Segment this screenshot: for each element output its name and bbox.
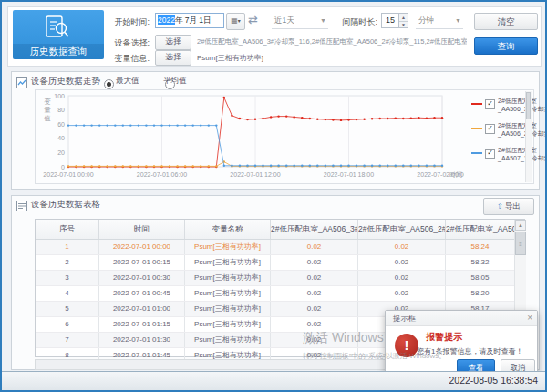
clear-button[interactable]: 清空: [474, 13, 538, 30]
scrollbar-up-icon[interactable]: ▲: [515, 220, 526, 231]
start-date-input[interactable]: 2022年 7月 1日: [155, 13, 224, 28]
table-cell: 1: [36, 240, 99, 254]
table-cell: 0.02: [271, 302, 358, 316]
status-bar: 2022-08-05 16:38:54: [2, 371, 545, 390]
calendar-icon: ▦: [231, 16, 238, 25]
legend-label: 2#低压配电室_AA507_1#冷却泵: [498, 146, 547, 162]
chart-box: 变量值 2022-07-01 00:002022-07-01 06:002022…: [35, 89, 534, 184]
table-section-icon: [16, 199, 27, 215]
calendar-button[interactable]: ▦▾: [226, 13, 245, 30]
table-cell: 58.20: [446, 286, 515, 301]
legend-checkbox[interactable]: ✓: [485, 99, 495, 109]
column-header: 变量名称: [185, 220, 271, 239]
interval-input[interactable]: 15: [381, 13, 399, 28]
export-button[interactable]: ⇧ 导出: [483, 198, 534, 215]
table-row[interactable]: 12022-07-01 00:00Psum[三相有功功率]0.020.0258.…: [36, 240, 524, 255]
table-cell: 6: [36, 317, 99, 332]
legend-item: ✓ 2#低压配电室_AA507_1#冷却泵: [471, 146, 526, 162]
table-cell: 0.02: [271, 271, 358, 285]
legend-scrollbar[interactable]: [525, 91, 532, 182]
trend-chart: 2022-07-01 00:002022-07-01 06:002022-07-…: [36, 90, 464, 185]
table-cell: 2022-07-01 00:45: [99, 286, 185, 301]
variable-select-button[interactable]: 选择: [155, 50, 191, 66]
column-header: 2#低压配电室_AA506_3#冷却泵...: [271, 220, 358, 239]
table-row[interactable]: 42022-07-01 00:45Psum[三相有功功率]0.020.0258.…: [36, 286, 524, 302]
range-value: 近1天: [272, 15, 294, 25]
alert-exclamation-icon: !: [395, 334, 418, 357]
interval-unit-select[interactable]: 分钟 ▼: [416, 13, 463, 29]
svg-text:80: 80: [57, 107, 65, 113]
trend-title: 设备历史数据走势: [31, 76, 100, 88]
legend-label: 2#低压配电室_AA506_2#冷却泵: [498, 121, 547, 138]
table-row[interactable]: 22022-07-01 00:15Psum[三相有功功率]0.020.0258.…: [36, 255, 524, 271]
legend-color-line: [471, 103, 482, 105]
table-cell: 0.02: [358, 240, 446, 254]
svg-text:2022-07-01 12:00: 2022-07-01 12:00: [230, 171, 280, 178]
chevron-down-icon: ▼: [455, 14, 461, 28]
interval-stepper[interactable]: ▲ ▼: [399, 13, 408, 28]
table-cell: 2: [36, 255, 99, 270]
table-cell: 0.02: [271, 240, 358, 254]
table-cell: Psum[三相有功功率]: [185, 271, 271, 285]
range-select[interactable]: 近1天 ▼: [272, 13, 328, 29]
date-selected-segment[interactable]: 2022: [158, 15, 175, 25]
radio-avg-label[interactable]: 平均值: [163, 76, 187, 87]
chevron-down-icon: ▾: [238, 18, 241, 24]
dialog-title: 提示框: [386, 311, 537, 326]
status-datetime: 2022-08-05 16:38:54: [449, 375, 539, 386]
svg-text:2022-07-01 06:00: 2022-07-01 06:00: [137, 171, 187, 178]
legend-item: ✓ 2#低压配电室_AA506_2#冷却泵: [471, 121, 526, 138]
table-cell: 7: [36, 333, 99, 347]
date-rest-segment[interactable]: 年 7月 1日: [175, 15, 212, 25]
table-cell: 0.02: [358, 286, 446, 301]
legend-color-line: [471, 128, 482, 129]
table-cell: 2022-07-01 00:30: [99, 271, 185, 285]
column-header: 序号: [36, 220, 99, 239]
table-cell: 2022-07-01 00:15: [99, 255, 185, 270]
chart-legend: ✓ 2#低压配电室_AA506_3#冷却泵 ✓ 2#低压配电室_AA506_2#…: [471, 97, 526, 170]
table-cell: 2022-07-01 01:15: [99, 317, 185, 332]
legend-checkbox[interactable]: ✓: [485, 149, 495, 159]
table-cell: 0.02: [271, 286, 358, 301]
stepper-up-icon[interactable]: ▲: [399, 14, 408, 21]
table-cell: 2022-07-01 01:00: [99, 302, 185, 316]
table-scrollbar-thumb[interactable]: ≡: [515, 232, 526, 255]
module-title: 历史数据查询: [13, 44, 104, 59]
table-row[interactable]: 32022-07-01 00:30Psum[三相有功功率]0.020.0258.…: [36, 271, 524, 286]
table-cell: Psum[三相有功功率]: [185, 317, 271, 332]
query-button[interactable]: 查询: [474, 37, 538, 55]
table-cell: Psum[三相有功功率]: [185, 286, 271, 301]
table-header-row: 序号时间变量名称2#低压配电室_AA506_3#冷却泵...2#低压配电室_AA…: [36, 220, 524, 240]
legend-color-line: [471, 152, 482, 154]
svg-text:时间: 时间: [449, 171, 462, 179]
radio-max-value[interactable]: [104, 79, 114, 89]
svg-text:100: 100: [54, 93, 65, 99]
table-cell: 2022-07-01 00:00: [99, 240, 185, 254]
table-cell: 58.05: [446, 271, 515, 285]
close-icon[interactable]: ×: [527, 313, 532, 323]
table-cell: Psum[三相有功功率]: [185, 240, 271, 254]
table-cell: Psum[三相有功功率]: [185, 302, 271, 316]
radio-max-label[interactable]: 最大值: [116, 76, 139, 87]
interval-unit: 分钟: [416, 15, 434, 25]
stepper-down-icon[interactable]: ▼: [399, 21, 408, 28]
column-header: 时间: [99, 220, 185, 239]
start-time-label: 开始时间:: [106, 16, 150, 28]
export-label: 导出: [505, 201, 521, 211]
interval-label: 间隔时长:: [335, 16, 377, 28]
table-cell: 58.24: [446, 240, 515, 254]
alert-message: 您有1条报警信息，请及时查看！: [417, 346, 522, 356]
trend-chart-icon: [16, 76, 27, 92]
table-cell: 58.32: [446, 255, 515, 270]
svg-text:0: 0: [61, 164, 65, 170]
table-cell: 2022-07-01 01:30: [99, 333, 185, 347]
variable-info-label: 变量信息:: [106, 53, 150, 65]
svg-text:20: 20: [57, 150, 65, 156]
table-cell: 0.02: [358, 255, 446, 270]
legend-checkbox[interactable]: ✓: [485, 124, 495, 134]
legend-scrollbar-thumb[interactable]: [526, 92, 531, 119]
legend-item: ✓ 2#低压配电室_AA506_3#冷却泵: [471, 97, 526, 113]
table-cell: 0.02: [271, 255, 358, 270]
device-select-button[interactable]: 选择: [155, 35, 191, 50]
device-select-label: 设备选择:: [106, 37, 150, 49]
